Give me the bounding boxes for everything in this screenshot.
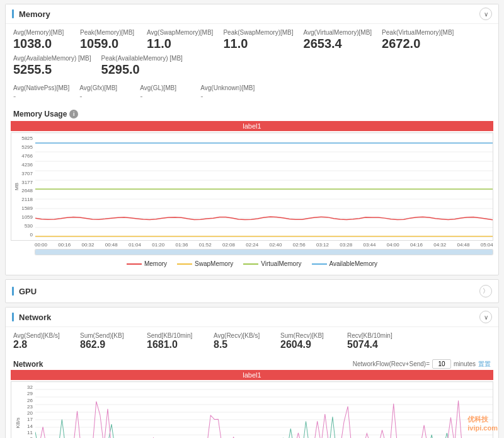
memory-stat-item: Peak(SwapMemory)[MB]11.0 [223, 29, 293, 51]
y-axis-tick: 23 [13, 404, 34, 410]
network-chart-label: label1 [11, 370, 493, 380]
network-stat-item: Sum(Recv)[KB]2604.9 [280, 332, 337, 350]
memory-chart-container: label1 MB 582552954766423637073177264821… [6, 121, 498, 275]
x-axis-tick: 01:04 [129, 242, 141, 248]
y-axis-tick: 2118 [13, 197, 34, 202]
y-axis-tick: 3707 [13, 171, 34, 176]
x-axis-tick: 03:44 [364, 242, 376, 248]
x-axis-tick: 04:32 [433, 242, 446, 248]
stat-label: Avg(AvailableMemory) [MB] [13, 55, 91, 62]
network-title: Network [12, 313, 51, 322]
gpu-title: GPU [12, 287, 37, 296]
network-stat-item: Send[KB/10min]1681.0 [147, 332, 203, 350]
network-set-btn[interactable]: 置置 [478, 360, 491, 369]
memory-header: Memory ∨ [6, 4, 498, 24]
x-axis-tick: 04:48 [457, 242, 470, 248]
x-axis-tick: 02:40 [270, 242, 282, 248]
x-axis-tick: 04:00 [387, 242, 399, 248]
y-axis-tick: 29 [13, 391, 34, 396]
y-axis-tick: 32 [13, 384, 34, 390]
legend-label: VirtualMemory [261, 260, 301, 267]
stat-value: - [13, 91, 69, 101]
network-header: Network ∨ [6, 308, 498, 327]
network-y-axis-label: KB/s [15, 418, 21, 429]
memory-stats-row1: Avg(Memory)[MB]1038.0Peak(Memory)[MB]105… [6, 24, 498, 83]
gpu-header: GPU 〉 [6, 280, 498, 303]
memory-stats-row2: Avg(NativePss)[MB]-Avg(Gfx)[MB]-Avg(GL)[… [6, 83, 498, 106]
x-axis-tick: 02:56 [293, 242, 306, 248]
stat-label: Avg(Recv)[KB/s] [214, 332, 270, 339]
memory-section: Memory ∨ Avg(Memory)[MB]1038.0Peak(Memor… [5, 4, 499, 275]
x-axis-tick: 00:00 [35, 242, 47, 248]
network-flow-input[interactable] [432, 359, 451, 369]
legend-item: SwapMemory [177, 260, 233, 267]
network-stat-item: Recv[KB/10min]5074.4 [347, 332, 404, 350]
memory-stat-item: Peak(Memory)[MB]1059.0 [80, 29, 137, 51]
network-stat-item: Avg(Recv)[KB/s]8.5 [214, 332, 270, 350]
stat-label: Sum(Recv)[KB] [280, 332, 337, 339]
y-axis-tick: 11 [13, 430, 34, 435]
memory-collapse-btn[interactable]: ∨ [479, 8, 492, 20]
stat-value: 2672.0 [382, 36, 454, 51]
memory-scrollbar[interactable] [35, 249, 493, 255]
network-title-text: Network [19, 313, 51, 322]
memory-x-axis: 00:0000:1600:3200:4801:0401:2001:3601:52… [35, 241, 493, 249]
stat-label: Avg(GL)[MB] [140, 84, 190, 91]
stat-value: 1038.0 [13, 36, 70, 51]
x-axis-tick: 00:32 [82, 242, 94, 248]
stat-label: Avg(VirtualMemory)[MB] [304, 29, 372, 36]
x-axis-tick: 02:08 [222, 242, 235, 248]
x-axis-tick: 02:24 [246, 242, 258, 248]
memory-chart-area: MB 5825529547664236370731772648211815891… [11, 132, 493, 241]
memory-stat-item: Avg(AvailableMemory) [MB]5255.5 [13, 55, 91, 77]
memory-title: Memory [12, 9, 50, 19]
y-axis-tick: 5825 [13, 135, 34, 141]
stat-value: - [79, 91, 130, 101]
network-stat-item: Sum(Send)[KB]862.9 [80, 332, 137, 350]
stat-label: Peak(VirtualMemory)[MB] [382, 29, 454, 36]
stat-value: 2604.9 [280, 339, 337, 350]
stat-label: Peak(Memory)[MB] [80, 29, 137, 36]
network-flow-label: NetworkFlow(Recv+Send)= [353, 360, 430, 367]
memory-stat-item: Avg(VirtualMemory)[MB]2653.4 [304, 29, 372, 51]
stat-label: Avg(Send)[KB/s] [13, 332, 70, 339]
x-axis-tick: 01:20 [152, 242, 164, 248]
x-axis-tick: 05:04 [481, 242, 493, 248]
stat-value: 11.0 [147, 36, 213, 51]
gpu-title-text: GPU [19, 287, 37, 296]
memory-stat-item: Avg(SwapMemory)[MB]11.0 [147, 29, 213, 51]
gpu-section: GPU 〉 [5, 279, 499, 303]
network-chart-area: KB/s 32292623201714118520 [11, 381, 493, 438]
memory-title-text: Memory [19, 9, 50, 19]
memory-info-icon[interactable]: i [69, 110, 78, 118]
y-axis-tick: 0 [13, 232, 34, 238]
network-collapse-btn[interactable]: ∨ [479, 311, 492, 323]
stat-value: 5295.0 [101, 62, 183, 77]
network-subsection-title: Network [13, 360, 43, 369]
legend-label: SwapMemory [195, 260, 233, 267]
memory-stat2-item: Avg(GL)[MB]- [140, 84, 190, 101]
network-chart-svg [35, 382, 493, 438]
legend-color [243, 263, 258, 265]
x-axis-tick: 03:28 [340, 242, 352, 248]
stat-label: Avg(Gfx)[MB] [79, 84, 130, 91]
memory-stat-item: Avg(Memory)[MB]1038.0 [13, 29, 70, 51]
gpu-collapse-btn[interactable]: 〉 [479, 285, 492, 297]
y-axis-tick: 20 [13, 410, 34, 416]
x-axis-tick: 04:16 [410, 242, 423, 248]
y-axis-tick: 530 [13, 223, 34, 229]
y-axis-tick: 4766 [13, 153, 34, 159]
memory-stat-item: Peak(AvailableMemory) [MB]5295.0 [101, 55, 183, 77]
x-axis-tick: 00:16 [58, 242, 71, 248]
memory-stat2-item: Avg(Gfx)[MB]- [79, 84, 130, 101]
memory-usage-title: Memory Usage i [6, 106, 498, 121]
memory-scrollbar-thumb [35, 250, 493, 255]
stat-value: 8.5 [214, 339, 270, 350]
x-axis-tick: 01:52 [199, 242, 212, 248]
memory-chart-svg [35, 133, 493, 240]
network-flow-unit: minutes [454, 360, 476, 367]
memory-chart-label: label1 [11, 121, 493, 131]
stat-label: Peak(AvailableMemory) [MB] [101, 55, 183, 62]
stat-label: Avg(Memory)[MB] [13, 29, 70, 36]
legend-item: Memory [127, 260, 167, 267]
